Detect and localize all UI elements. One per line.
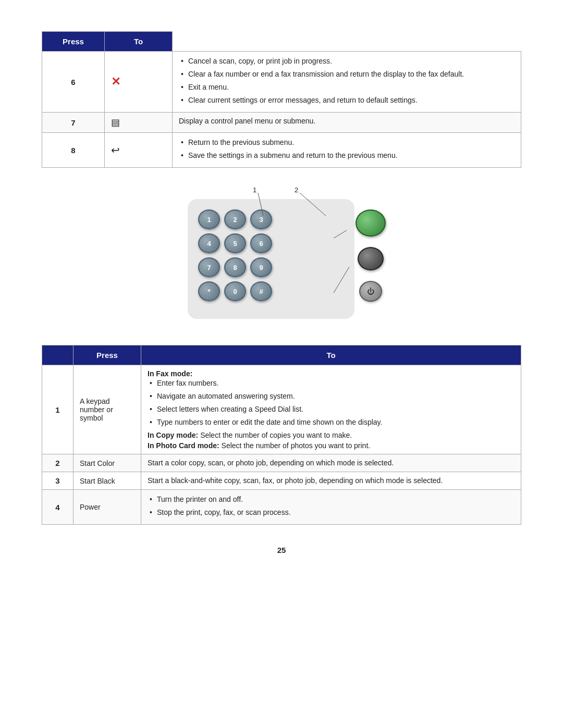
keypad-diagram: 1 2 3 4 1 2 3 4 5 6 7 8 9 — [42, 183, 521, 329]
table-1: Press To 6 ✕ Cancel a scan, copy, or pri… — [42, 31, 521, 168]
row3-num: 3 — [42, 472, 74, 490]
row4-bullets: Turn the printer on and off. Stop the pr… — [148, 494, 515, 518]
key-star: * — [198, 281, 220, 301]
row6-bullets: Cancel a scan, copy, or print job in pro… — [179, 56, 515, 106]
table-row: 6 ✕ Cancel a scan, copy, or print job in… — [42, 52, 521, 113]
row7-icon: ▤ — [105, 113, 173, 133]
row3-press: Start Black — [74, 472, 141, 490]
table-row: 2 Start Color Start a color copy, scan, … — [42, 454, 521, 472]
row8-icon: ↩ — [105, 133, 173, 168]
row8-content: Return to the previous submenu. Save the… — [173, 133, 521, 168]
row8-num: 8 — [42, 133, 105, 168]
row2-num: 2 — [42, 454, 74, 472]
table2-col-press — [42, 346, 74, 365]
back-icon: ↩ — [111, 144, 120, 156]
table-row: 8 ↩ Return to the previous submenu. Save… — [42, 133, 521, 168]
photo-mode-text: In Photo Card mode: Select the number of… — [148, 441, 515, 450]
keypad-row-4: * 0 # — [198, 281, 344, 301]
key-6: 6 — [250, 233, 272, 253]
table-row: 1 A keypad number or symbol In Fax mode:… — [42, 365, 521, 454]
row6-icon: ✕ — [105, 52, 173, 113]
row1-fax-bullets: Enter fax numbers. Navigate an automated… — [148, 378, 515, 428]
fax-mode-label: In Fax mode: — [148, 369, 192, 378]
keypad-wrapper: 1 2 3 4 1 2 3 4 5 6 7 8 9 — [172, 183, 391, 329]
row1-content: In Fax mode: Enter fax numbers. Navigate… — [141, 365, 521, 454]
row6-content: Cancel a scan, copy, or print job in pro… — [173, 52, 521, 113]
row1-num: 1 — [42, 365, 74, 454]
bullet-item: Turn the printer on and off. — [148, 494, 515, 505]
callout-2: 2 — [295, 186, 298, 194]
key-2: 2 — [224, 209, 246, 229]
bullet-item: Exit a menu. — [179, 82, 515, 93]
row6-num: 6 — [42, 52, 105, 113]
menu-icon: ▤ — [111, 117, 120, 128]
key-7: 7 — [198, 257, 220, 277]
bullet-item: Navigate an automated answering system. — [148, 391, 515, 402]
key-3: 3 — [250, 209, 272, 229]
side-buttons: ⏻ — [356, 209, 386, 302]
table2-col-press-label: Press — [74, 346, 141, 365]
table-row: 4 Power Turn the printer on and off. Sto… — [42, 490, 521, 525]
table-row: 3 Start Black Start a black-and-white co… — [42, 472, 521, 490]
copy-mode-desc: Select the number of copies you want to … — [200, 431, 352, 439]
bullet-item: Clear a fax number or end a fax transmis… — [179, 69, 515, 80]
power-button: ⏻ — [359, 281, 382, 302]
row7-num: 7 — [42, 113, 105, 133]
bullet-item: Type numbers to enter or edit the date a… — [148, 417, 515, 428]
keypad-row-1: 1 2 3 — [198, 209, 344, 229]
bullet-item: Stop the print, copy, fax, or scan proce… — [148, 507, 515, 518]
keypad-row-3: 7 8 9 — [198, 257, 344, 277]
key-0: 0 — [224, 281, 246, 301]
row4-content: Turn the printer on and off. Stop the pr… — [141, 490, 521, 525]
bullet-item: Clear current settings or error messages… — [179, 95, 515, 106]
bullet-item: Return to the previous submenu. — [179, 137, 515, 148]
keypad-row-2: 4 5 6 — [198, 233, 344, 253]
key-4: 4 — [198, 233, 220, 253]
start-black-button — [358, 247, 384, 270]
photo-mode-desc: Select the number of photos you want to … — [222, 441, 371, 450]
row4-press: Power — [74, 490, 141, 525]
table-2: Press To 1 A keypad number or symbol In … — [42, 345, 521, 525]
start-color-button — [356, 209, 386, 237]
table1-col-to: To — [105, 32, 173, 52]
keypad-bg: 1 2 3 4 5 6 7 8 9 * 0 # — [188, 199, 354, 319]
table-row: 7 ▤ Display a control panel menu or subm… — [42, 113, 521, 133]
row1-press: A keypad number or symbol — [74, 365, 141, 454]
page-number: 25 — [42, 546, 521, 554]
bullet-item: Cancel a scan, copy, or print job in pro… — [179, 56, 515, 67]
table1-col-press: Press — [42, 32, 105, 52]
key-1: 1 — [198, 209, 220, 229]
bullet-item: Save the settings in a submenu and retur… — [179, 150, 515, 161]
key-5: 5 — [224, 233, 246, 253]
row8-bullets: Return to the previous submenu. Save the… — [179, 137, 515, 161]
row7-content: Display a control panel menu or submenu. — [173, 113, 521, 133]
callout-1: 1 — [253, 186, 256, 194]
bullet-item: Select letters when creating a Speed Dia… — [148, 404, 515, 415]
row2-content: Start a color copy, scan, or photo job, … — [141, 454, 521, 472]
row3-content: Start a black-and-white copy, scan, fax,… — [141, 472, 521, 490]
table2-col-to: To — [141, 346, 521, 365]
cancel-icon: ✕ — [111, 75, 120, 88]
bullet-item: Enter fax numbers. — [148, 378, 515, 389]
copy-mode-text: In Copy mode: Select the number of copie… — [148, 431, 515, 439]
key-hash: # — [250, 281, 272, 301]
row4-num: 4 — [42, 490, 74, 525]
photo-mode-label: In Photo Card mode: — [148, 441, 219, 450]
key-8: 8 — [224, 257, 246, 277]
copy-mode-label: In Copy mode: — [148, 431, 198, 439]
row2-press: Start Color — [74, 454, 141, 472]
key-9: 9 — [250, 257, 272, 277]
